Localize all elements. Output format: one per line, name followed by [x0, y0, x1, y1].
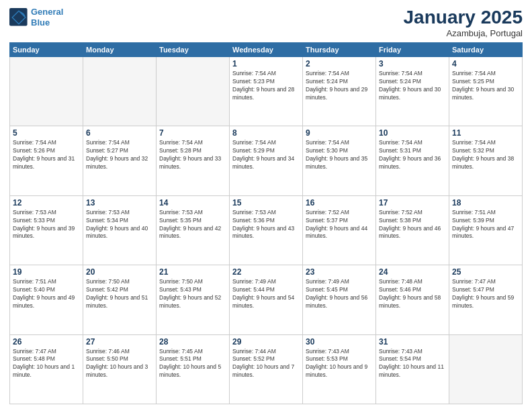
day-info: Sunrise: 7:53 AM Sunset: 5:35 PM Dayligh… [159, 209, 226, 241]
day-info: Sunrise: 7:50 AM Sunset: 5:42 PM Dayligh… [86, 278, 153, 310]
day-info: Sunrise: 7:53 AM Sunset: 5:34 PM Dayligh… [86, 209, 153, 241]
day-info: Sunrise: 7:53 AM Sunset: 5:33 PM Dayligh… [13, 209, 80, 241]
calendar: Sunday Monday Tuesday Wednesday Thursday… [9, 42, 523, 404]
day-info: Sunrise: 7:54 AM Sunset: 5:27 PM Dayligh… [86, 139, 153, 171]
day-info: Sunrise: 7:54 AM Sunset: 5:28 PM Dayligh… [159, 139, 226, 171]
calendar-cell [449, 334, 523, 404]
day-number: 22 [232, 267, 300, 277]
calendar-cell: 8Sunrise: 7:54 AM Sunset: 5:29 PM Daylig… [230, 126, 303, 195]
calendar-cell [10, 57, 83, 126]
day-number: 23 [306, 267, 373, 277]
day-info: Sunrise: 7:44 AM Sunset: 5:52 PM Dayligh… [232, 348, 300, 380]
day-info: Sunrise: 7:47 AM Sunset: 5:48 PM Dayligh… [13, 348, 80, 380]
day-info: Sunrise: 7:53 AM Sunset: 5:36 PM Dayligh… [232, 209, 300, 241]
calendar-cell: 1Sunrise: 7:54 AM Sunset: 5:23 PM Daylig… [230, 57, 303, 126]
calendar-cell: 26Sunrise: 7:47 AM Sunset: 5:48 PM Dayli… [10, 334, 83, 404]
logo-text: General Blue [31, 7, 63, 28]
month-title: January 2025 [404, 7, 523, 28]
calendar-cell: 31Sunrise: 7:43 AM Sunset: 5:54 PM Dayli… [376, 334, 449, 404]
calendar-cell: 11Sunrise: 7:54 AM Sunset: 5:32 PM Dayli… [449, 126, 523, 195]
day-number: 12 [13, 198, 80, 208]
logo-line2: Blue [31, 17, 50, 28]
day-info: Sunrise: 7:54 AM Sunset: 5:32 PM Dayligh… [452, 139, 519, 171]
calendar-cell: 2Sunrise: 7:54 AM Sunset: 5:24 PM Daylig… [303, 57, 376, 126]
day-number: 25 [452, 267, 519, 277]
day-info: Sunrise: 7:50 AM Sunset: 5:43 PM Dayligh… [159, 278, 226, 310]
calendar-cell: 23Sunrise: 7:49 AM Sunset: 5:45 PM Dayli… [303, 265, 376, 334]
day-info: Sunrise: 7:54 AM Sunset: 5:26 PM Dayligh… [13, 139, 80, 171]
logo-icon [9, 8, 28, 27]
calendar-cell: 10Sunrise: 7:54 AM Sunset: 5:31 PM Dayli… [376, 126, 449, 195]
calendar-cell: 14Sunrise: 7:53 AM Sunset: 5:35 PM Dayli… [157, 195, 230, 265]
day-number: 7 [159, 128, 226, 138]
day-number: 18 [452, 198, 519, 208]
day-info: Sunrise: 7:49 AM Sunset: 5:45 PM Dayligh… [306, 278, 373, 310]
day-info: Sunrise: 7:49 AM Sunset: 5:44 PM Dayligh… [232, 278, 300, 310]
day-info: Sunrise: 7:43 AM Sunset: 5:53 PM Dayligh… [306, 348, 373, 380]
calendar-cell: 3Sunrise: 7:54 AM Sunset: 5:24 PM Daylig… [376, 57, 449, 126]
day-number: 21 [159, 267, 226, 277]
calendar-cell: 13Sunrise: 7:53 AM Sunset: 5:34 PM Dayli… [83, 195, 157, 265]
weekday-header-row: Sunday Monday Tuesday Wednesday Thursday… [10, 43, 523, 57]
day-number: 8 [232, 128, 300, 138]
day-info: Sunrise: 7:54 AM Sunset: 5:24 PM Dayligh… [306, 70, 373, 102]
day-number: 16 [306, 198, 373, 208]
day-info: Sunrise: 7:54 AM Sunset: 5:25 PM Dayligh… [452, 70, 519, 102]
day-info: Sunrise: 7:54 AM Sunset: 5:29 PM Dayligh… [232, 139, 300, 171]
calendar-cell: 9Sunrise: 7:54 AM Sunset: 5:30 PM Daylig… [303, 126, 376, 195]
calendar-cell: 28Sunrise: 7:45 AM Sunset: 5:51 PM Dayli… [157, 334, 230, 404]
calendar-cell: 29Sunrise: 7:44 AM Sunset: 5:52 PM Dayli… [230, 334, 303, 404]
day-number: 5 [13, 128, 80, 138]
calendar-cell: 16Sunrise: 7:52 AM Sunset: 5:37 PM Dayli… [303, 195, 376, 265]
logo-line1: General [31, 7, 63, 17]
day-number: 19 [13, 267, 80, 277]
header-sunday: Sunday [10, 43, 83, 57]
day-number: 28 [159, 337, 226, 347]
calendar-cell: 20Sunrise: 7:50 AM Sunset: 5:42 PM Dayli… [83, 265, 157, 334]
subtitle: Azambuja, Portugal [404, 28, 523, 38]
day-number: 13 [86, 198, 153, 208]
day-number: 30 [306, 337, 373, 347]
day-number: 27 [86, 337, 153, 347]
day-info: Sunrise: 7:45 AM Sunset: 5:51 PM Dayligh… [159, 348, 226, 380]
day-number: 31 [379, 337, 446, 347]
day-number: 6 [86, 128, 153, 138]
calendar-cell: 4Sunrise: 7:54 AM Sunset: 5:25 PM Daylig… [449, 57, 523, 126]
header-saturday: Saturday [449, 43, 523, 57]
day-number: 2 [306, 59, 373, 68]
week-row-4: 19Sunrise: 7:51 AM Sunset: 5:40 PM Dayli… [10, 265, 523, 334]
header: General Blue January 2025 Azambuja, Port… [9, 7, 523, 38]
header-tuesday: Tuesday [157, 43, 230, 57]
day-number: 10 [379, 128, 446, 138]
calendar-cell: 18Sunrise: 7:51 AM Sunset: 5:39 PM Dayli… [449, 195, 523, 265]
day-info: Sunrise: 7:46 AM Sunset: 5:50 PM Dayligh… [86, 348, 153, 380]
day-info: Sunrise: 7:51 AM Sunset: 5:39 PM Dayligh… [452, 209, 519, 241]
day-number: 24 [379, 267, 446, 277]
day-number: 11 [452, 128, 519, 138]
day-number: 14 [159, 198, 226, 208]
day-number: 29 [232, 337, 300, 347]
week-row-1: 1Sunrise: 7:54 AM Sunset: 5:23 PM Daylig… [10, 57, 523, 126]
day-info: Sunrise: 7:43 AM Sunset: 5:54 PM Dayligh… [379, 348, 446, 380]
calendar-cell: 21Sunrise: 7:50 AM Sunset: 5:43 PM Dayli… [157, 265, 230, 334]
day-info: Sunrise: 7:51 AM Sunset: 5:40 PM Dayligh… [13, 278, 80, 310]
header-thursday: Thursday [303, 43, 376, 57]
day-info: Sunrise: 7:54 AM Sunset: 5:31 PM Dayligh… [379, 139, 446, 171]
calendar-cell [157, 57, 230, 126]
calendar-cell: 12Sunrise: 7:53 AM Sunset: 5:33 PM Dayli… [10, 195, 83, 265]
calendar-cell: 22Sunrise: 7:49 AM Sunset: 5:44 PM Dayli… [230, 265, 303, 334]
week-row-2: 5Sunrise: 7:54 AM Sunset: 5:26 PM Daylig… [10, 126, 523, 195]
calendar-cell: 30Sunrise: 7:43 AM Sunset: 5:53 PM Dayli… [303, 334, 376, 404]
calendar-cell: 15Sunrise: 7:53 AM Sunset: 5:36 PM Dayli… [230, 195, 303, 265]
header-wednesday: Wednesday [230, 43, 303, 57]
day-number: 17 [379, 198, 446, 208]
day-info: Sunrise: 7:48 AM Sunset: 5:46 PM Dayligh… [379, 278, 446, 310]
day-info: Sunrise: 7:54 AM Sunset: 5:24 PM Dayligh… [379, 70, 446, 102]
day-info: Sunrise: 7:54 AM Sunset: 5:30 PM Dayligh… [306, 139, 373, 171]
week-row-5: 26Sunrise: 7:47 AM Sunset: 5:48 PM Dayli… [10, 334, 523, 404]
day-number: 4 [452, 59, 519, 68]
day-number: 3 [379, 59, 446, 68]
header-monday: Monday [83, 43, 157, 57]
logo: General Blue [9, 7, 63, 28]
calendar-cell: 17Sunrise: 7:52 AM Sunset: 5:38 PM Dayli… [376, 195, 449, 265]
